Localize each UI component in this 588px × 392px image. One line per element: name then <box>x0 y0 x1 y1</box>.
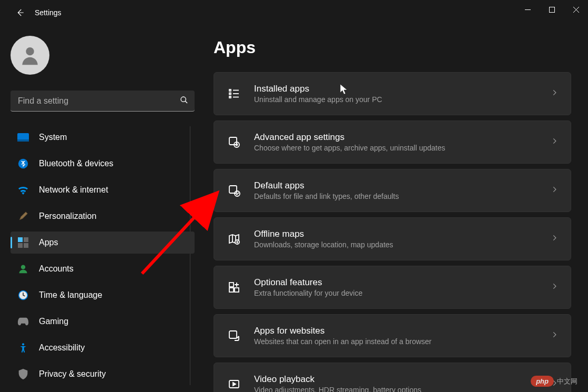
svg-rect-18 <box>229 93 231 95</box>
card-offline-maps[interactable]: Offline maps Downloads, storage location… <box>214 217 571 260</box>
svg-rect-13 <box>24 243 28 248</box>
brush-icon <box>17 210 29 223</box>
card-subtitle: Websites that can open in an app instead… <box>254 337 551 346</box>
chevron-right-icon <box>551 137 558 147</box>
card-title: Video playback <box>254 374 551 385</box>
page-title: Apps <box>214 38 571 57</box>
chevron-right-icon <box>551 283 558 292</box>
card-subtitle: Extra functionality for your device <box>254 289 551 297</box>
nav-list: System Bluetooth & devices Network & int… <box>11 126 190 385</box>
map-download-icon <box>227 232 241 246</box>
search-icon <box>180 96 188 106</box>
maximize-button[interactable] <box>540 0 564 19</box>
svg-rect-11 <box>24 237 28 242</box>
sidebar-item-accessibility[interactable]: Accessibility <box>11 337 195 359</box>
sidebar-item-apps[interactable]: Apps <box>11 232 195 254</box>
sidebar-item-accounts[interactable]: Accounts <box>11 258 195 280</box>
avatar[interactable] <box>11 36 49 75</box>
card-list: Installed apps Uninstall and manage apps… <box>214 72 571 392</box>
card-subtitle: Downloads, storage location, map updates <box>254 240 551 249</box>
svg-point-5 <box>181 97 186 102</box>
apps-icon <box>17 236 29 249</box>
list-icon <box>227 86 241 101</box>
main-content: Apps Installed apps Uninstall and manage… <box>195 25 588 392</box>
sidebar-item-label: Accounts <box>39 264 74 274</box>
sidebar-item-label: Gaming <box>39 317 68 326</box>
svg-point-25 <box>236 144 238 146</box>
system-icon <box>17 131 29 144</box>
svg-rect-30 <box>229 288 234 292</box>
sidebar-item-label: Privacy & security <box>39 369 106 379</box>
window-title: Settings <box>35 8 62 17</box>
svg-point-4 <box>26 47 34 55</box>
svg-rect-31 <box>235 288 239 292</box>
titlebar: Settings <box>0 0 588 25</box>
search-box <box>11 91 195 112</box>
back-button[interactable] <box>9 2 31 23</box>
svg-rect-10 <box>18 237 23 242</box>
card-title: Advanced app settings <box>254 132 551 143</box>
sidebar-item-system[interactable]: System <box>11 126 195 148</box>
app-link-icon <box>227 328 241 343</box>
minimize-icon <box>525 7 531 13</box>
account-icon <box>17 263 29 275</box>
video-icon <box>227 377 241 391</box>
svg-rect-23 <box>229 137 237 145</box>
chevron-right-icon <box>551 234 558 244</box>
sidebar-item-bluetooth[interactable]: Bluetooth & devices <box>11 153 195 175</box>
close-button[interactable] <box>564 0 588 19</box>
svg-rect-1 <box>549 7 554 12</box>
minimize-button[interactable] <box>515 0 540 19</box>
sidebar-item-label: Bluetooth & devices <box>39 159 113 168</box>
card-title: Offline maps <box>254 229 551 239</box>
app-gear-icon <box>227 135 241 149</box>
shield-icon <box>17 368 29 380</box>
sidebar-item-personalization[interactable]: Personalization <box>11 205 195 227</box>
card-subtitle: Video adjustments, HDR streaming, batter… <box>254 386 551 392</box>
sidebar-item-gaming[interactable]: Gaming <box>11 310 195 333</box>
sidebar-item-time[interactable]: Time & language <box>11 284 195 306</box>
card-optional-features[interactable]: Optional features Extra functionality fo… <box>214 266 571 309</box>
sidebar-item-label: System <box>39 133 67 142</box>
watermark-text: 中文网 <box>557 377 577 386</box>
svg-rect-19 <box>229 96 231 98</box>
clock-icon <box>17 289 29 301</box>
person-icon <box>18 44 42 67</box>
sidebar-item-label: Time & language <box>39 290 102 300</box>
sidebar: System Bluetooth & devices Network & int… <box>0 25 195 392</box>
bluetooth-icon <box>17 157 29 170</box>
card-installed-apps[interactable]: Installed apps Uninstall and manage apps… <box>214 72 571 115</box>
sidebar-item-network[interactable]: Network & internet <box>11 179 195 201</box>
svg-rect-32 <box>229 331 237 338</box>
card-title: Installed apps <box>254 84 551 94</box>
sidebar-item-label: Accessibility <box>39 343 85 353</box>
card-subtitle: Uninstall and manage apps on your PC <box>254 95 551 104</box>
watermark: php 中文网 <box>531 376 577 387</box>
card-video-playback[interactable]: Video playback Video adjustments, HDR st… <box>214 363 571 392</box>
window-controls <box>515 0 588 19</box>
card-subtitle: Defaults for file and link types, other … <box>254 192 551 200</box>
card-subtitle: Choose where to get apps, archive apps, … <box>254 144 551 152</box>
card-default-apps[interactable]: Default apps Defaults for file and link … <box>214 169 571 212</box>
chevron-right-icon <box>551 186 558 195</box>
maximize-icon <box>549 7 555 13</box>
chevron-right-icon <box>551 331 558 340</box>
app-check-icon <box>227 183 241 198</box>
svg-rect-8 <box>17 139 29 142</box>
svg-point-16 <box>22 343 24 345</box>
watermark-brand: php <box>531 376 554 387</box>
svg-rect-17 <box>229 89 231 91</box>
accessibility-icon <box>17 341 29 354</box>
sidebar-item-label: Personalization <box>39 212 96 221</box>
search-input[interactable] <box>11 91 195 112</box>
card-apps-websites[interactable]: Apps for websites Websites that can open… <box>214 314 571 357</box>
close-icon <box>573 7 579 13</box>
card-advanced-settings[interactable]: Advanced app settings Choose where to ge… <box>214 120 571 164</box>
chevron-right-icon <box>551 89 558 98</box>
svg-line-6 <box>185 101 187 103</box>
back-arrow-icon <box>15 8 25 17</box>
svg-rect-29 <box>229 283 234 287</box>
sidebar-item-privacy[interactable]: Privacy & security <box>11 363 195 385</box>
card-title: Default apps <box>254 180 551 191</box>
card-title: Optional features <box>254 277 551 288</box>
